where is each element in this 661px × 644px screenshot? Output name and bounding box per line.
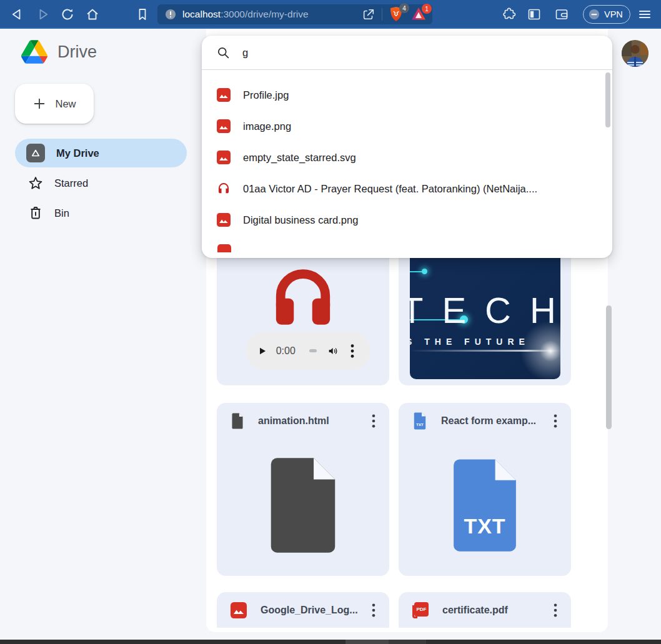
card-header: PDF certificate.pdf	[399, 592, 571, 628]
url-text: localhost:3000/drive/my-drive	[182, 9, 362, 20]
headphones-icon	[270, 265, 336, 328]
brave-shield-icon[interactable]: 4	[389, 6, 405, 22]
sidebar-item-label: Bin	[54, 207, 69, 219]
vpn-button[interactable]: VPN	[583, 5, 630, 24]
search-input[interactable]: g	[202, 36, 612, 70]
sidebar-item-bin[interactable]: Bin	[15, 199, 187, 227]
txt-file-icon: TXT	[412, 412, 427, 430]
result-name: Profile.jpg	[243, 89, 289, 101]
headphones-icon	[217, 182, 231, 196]
taskbar-segment	[389, 640, 426, 644]
url-path: :3000/drive/my-drive	[221, 9, 308, 19]
user-avatar[interactable]	[622, 40, 649, 67]
file-card-react-form[interactable]: TXT React form examp... TXT	[399, 403, 571, 576]
rewards-badge: 1	[422, 4, 432, 14]
vpn-status-icon	[589, 9, 600, 20]
site-info-icon[interactable]	[165, 9, 176, 20]
bookmark-icon[interactable]	[135, 7, 150, 22]
file-title: certificate.pdf	[442, 605, 550, 616]
partial-result-image-icon	[217, 244, 231, 252]
file-card-animation[interactable]: animation.html	[217, 403, 389, 576]
image-text-line1: TECH	[410, 289, 560, 331]
image-file-icon	[217, 213, 231, 227]
file-title: React form examp...	[441, 415, 550, 427]
shield-badge: 4	[399, 3, 409, 13]
pdf-file-icon: PDF	[412, 602, 429, 618]
audio-player[interactable]: 0:00	[246, 332, 370, 370]
plus-icon	[32, 97, 46, 111]
audio-time: 0:00	[276, 345, 296, 357]
search-result-digital-business-card-png[interactable]: Digital business card.png	[202, 204, 612, 235]
audio-menu-icon[interactable]	[347, 344, 358, 358]
search-icon	[217, 46, 230, 59]
sidebar-item-label: Starred	[54, 177, 88, 189]
card-menu-icon[interactable]	[368, 603, 379, 617]
browser-toolbar: localhost:3000/drive/my-drive 4 1 VPN	[0, 0, 661, 29]
card-header: TXT React form examp...	[399, 403, 571, 439]
result-name: 01aa Victor AD - Prayer Request (feat. P…	[243, 183, 537, 195]
menu-icon[interactable]	[637, 7, 652, 22]
back-icon[interactable]	[10, 7, 25, 22]
file-icon	[231, 413, 244, 429]
extensions-icon[interactable]	[502, 7, 517, 22]
reload-icon[interactable]	[60, 7, 75, 22]
txt-preview-label: TXT	[447, 514, 523, 538]
my-drive-icon	[26, 144, 45, 162]
search-result-image-png[interactable]: image.png	[202, 111, 612, 142]
url-host: localhost	[182, 9, 221, 19]
file-title: Google_Drive_Log...	[261, 605, 368, 616]
sidebar-item-my-drive[interactable]: My Drive	[15, 139, 187, 167]
file-title: animation.html	[258, 415, 368, 427]
new-button[interactable]: New	[15, 84, 94, 124]
wallet-icon[interactable]	[554, 7, 569, 22]
taskbar-segment	[345, 640, 389, 644]
card-menu-icon[interactable]	[550, 603, 561, 617]
card-menu-icon[interactable]	[368, 414, 379, 428]
image-file-icon	[217, 151, 231, 164]
divider	[382, 8, 382, 21]
url-bar[interactable]: localhost:3000/drive/my-drive 4 1	[157, 4, 432, 24]
result-name: image.png	[243, 121, 291, 132]
volume-icon[interactable]	[328, 344, 338, 358]
image-file-icon	[231, 602, 247, 618]
image-file-icon	[217, 88, 231, 102]
brand-label: Drive	[57, 42, 97, 62]
share-icon[interactable]	[362, 7, 375, 21]
drive-logo-icon	[21, 40, 47, 64]
image-file-icon	[217, 119, 231, 133]
forward-icon[interactable]	[35, 7, 50, 22]
result-name: Digital business card.png	[243, 214, 358, 226]
star-icon	[28, 176, 43, 191]
search-result-profile-jpg[interactable]: Profile.jpg	[202, 79, 612, 111]
trash-icon	[28, 206, 43, 220]
brave-rewards-icon[interactable]: 1	[411, 7, 427, 22]
document-preview-icon	[265, 456, 341, 555]
card-menu-icon[interactable]	[550, 414, 561, 428]
dropdown-scrollbar[interactable]	[605, 72, 610, 127]
txt-preview-icon	[447, 458, 523, 553]
home-icon[interactable]	[85, 7, 100, 22]
result-name: empty_state_starred.svg	[243, 152, 356, 164]
sidebar-panel-icon[interactable]	[527, 7, 542, 22]
screen: localhost:3000/drive/my-drive 4 1 VPN	[0, 0, 661, 644]
file-card-google-drive-logo[interactable]: Google_Drive_Log...	[217, 592, 389, 628]
image-text-line2: S THE FUTURE	[410, 337, 530, 347]
card-header: Google_Drive_Log...	[217, 592, 389, 628]
sidebar-item-label: My Drive	[56, 147, 99, 159]
search-query: g	[242, 47, 248, 59]
play-icon[interactable]	[259, 345, 266, 357]
file-card-certificate[interactable]: PDF certificate.pdf	[399, 592, 571, 628]
sidebar-item-starred[interactable]: Starred	[15, 169, 187, 197]
drive-brand: Drive	[21, 40, 97, 64]
search-result-audio-track[interactable]: 01aa Victor AD - Prayer Request (feat. P…	[202, 173, 612, 204]
audio-progress[interactable]	[309, 349, 317, 352]
search-result-empty-state-starred-svg[interactable]: empty_state_starred.svg	[202, 142, 612, 173]
search-dropdown: g Profile.jpg image.png empty_state_star…	[202, 36, 612, 258]
vpn-label: VPN	[604, 9, 623, 19]
page-scrollbar[interactable]	[606, 305, 612, 429]
new-button-label: New	[55, 98, 76, 110]
card-header: animation.html	[217, 403, 389, 439]
taskbar-strip	[0, 640, 661, 644]
